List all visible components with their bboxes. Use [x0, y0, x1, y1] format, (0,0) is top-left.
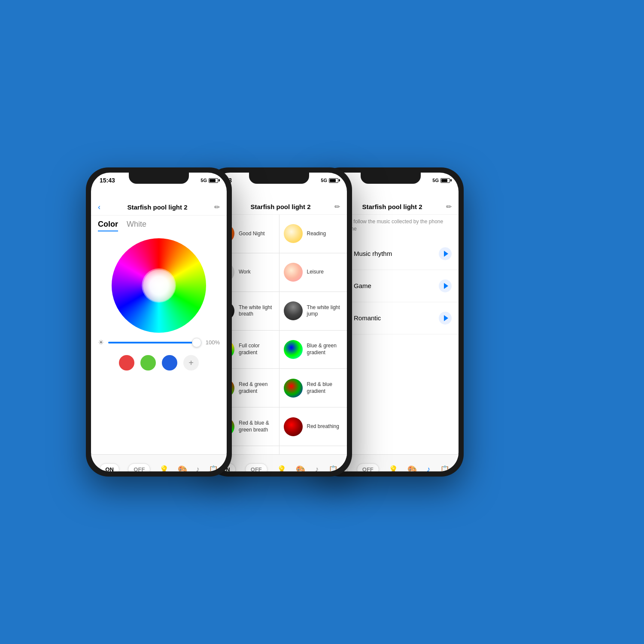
label-red-blue: Red & blue gradient	[307, 381, 343, 395]
edit-button-1[interactable]: ✏	[214, 203, 220, 211]
bulb-tab-3[interactable]: 💡	[389, 465, 398, 472]
battery-3	[440, 178, 450, 183]
notch-2	[249, 173, 309, 184]
label-white-jump: The white light jump	[307, 304, 343, 318]
status-icons-1: 5G	[200, 178, 218, 183]
scene-red-blue[interactable]: Red & blue gradient	[279, 369, 347, 407]
brightness-slider[interactable]	[108, 342, 201, 343]
color-add[interactable]: +	[183, 355, 199, 371]
label-work: Work	[239, 269, 251, 276]
color-wheel-container[interactable]	[91, 234, 227, 335]
schedule-tab-2[interactable]: 📋	[328, 465, 338, 472]
label-good-night: Good Night	[239, 231, 265, 237]
music-tab-2[interactable]: ♪	[315, 465, 319, 471]
label-rgb-breath: Red & blue & green breath	[239, 420, 275, 433]
nav-header-1: ‹ Starfish pool light 2 ✏	[91, 199, 227, 216]
signal-1: 5G	[200, 178, 207, 183]
schedule-tab-3[interactable]: 📋	[440, 465, 450, 472]
brightness-value: 100%	[206, 339, 220, 346]
edit-button-3[interactable]: ✏	[446, 203, 452, 211]
play-triangle-romantic	[444, 315, 448, 321]
label-blue-green: Blue & green gradient	[307, 343, 343, 356]
color-red[interactable]	[119, 355, 134, 371]
signal-2: 5G	[321, 178, 327, 183]
schedule-tab-1[interactable]: 📋	[209, 465, 218, 472]
tab-color[interactable]: Color	[98, 220, 118, 231]
nav-title-2: Starfish pool light 2	[227, 203, 334, 210]
edit-button-2[interactable]: ✏	[334, 203, 340, 211]
battery-2	[329, 178, 338, 183]
music-rhythm-label: Music rhythm	[354, 250, 433, 257]
nav-title-1: Starfish pool light 2	[100, 204, 214, 211]
status-icons-2: 5G	[321, 178, 338, 183]
brightness-thumb[interactable]	[192, 338, 201, 347]
color-wheel[interactable]	[112, 238, 206, 333]
scene-red-breath[interactable]: Red breathing	[279, 407, 347, 446]
label-red-breath: Red breathing	[307, 423, 339, 430]
romantic-play-btn[interactable]	[439, 312, 452, 325]
off-button-3[interactable]: OFF	[357, 463, 379, 471]
play-triangle-music	[444, 251, 448, 257]
palette-tab-1[interactable]: 🎨	[178, 465, 187, 472]
label-red-green: Red & green gradient	[239, 381, 275, 395]
bulb-tab-1[interactable]: 💡	[159, 465, 169, 472]
brightness-fill	[108, 342, 201, 343]
screen-content-1: ‹ Starfish pool light 2 ✏ Color White ☀	[91, 199, 227, 471]
color-circles: +	[91, 350, 227, 376]
bulb-tab-2[interactable]: 💡	[277, 465, 286, 472]
romantic-label: Romantic	[354, 314, 433, 322]
signal-3: 5G	[432, 178, 439, 183]
palette-tab-2[interactable]: 🎨	[296, 465, 305, 472]
label-full-gradient: Full color gradient	[239, 343, 275, 356]
preview-leisure	[284, 263, 303, 282]
preview-white-jump	[284, 301, 303, 320]
game-play-btn[interactable]	[439, 279, 452, 292]
scene-blue-green[interactable]: Blue & green gradient	[279, 331, 347, 369]
color-green[interactable]	[140, 355, 156, 371]
notch-3	[361, 173, 421, 184]
color-blue[interactable]	[162, 355, 177, 371]
status-icons-3: 5G	[432, 178, 450, 183]
off-button-1[interactable]: OFF	[128, 463, 150, 471]
scene-white-jump[interactable]: The white light jump	[279, 292, 347, 330]
label-leisure: Leisure	[307, 269, 324, 276]
color-tab-bar: Color White	[91, 216, 227, 234]
tab-white[interactable]: White	[127, 220, 146, 231]
battery-1	[209, 178, 218, 183]
music-play-btn[interactable]	[439, 247, 452, 260]
palette-tab-3[interactable]: 🎨	[407, 465, 417, 472]
brightness-row: ☀ 100%	[91, 335, 227, 350]
music-tab-1[interactable]: ♪	[196, 465, 200, 471]
phones-container: 15:43 5G ‹ Starfish pool light 2 ✏ Color…	[86, 86, 558, 558]
label-reading: Reading	[307, 231, 326, 237]
preview-blue-green	[284, 340, 303, 359]
phone1-screen: 15:43 5G ‹ Starfish pool light 2 ✏ Color…	[91, 173, 227, 471]
preview-reading	[284, 224, 303, 243]
preview-red-blue	[284, 379, 303, 398]
phone-1: 15:43 5G ‹ Starfish pool light 2 ✏ Color…	[86, 167, 232, 477]
notch-1	[129, 173, 189, 184]
nav-title-3: Starfish pool light 2	[338, 203, 446, 210]
music-tab-3[interactable]: ♪	[427, 465, 431, 471]
tab-bar-1: ON OFF 💡 🎨 ♪ 📋	[91, 454, 227, 471]
brightness-icon: ☀	[98, 338, 104, 346]
preview-red-breath	[284, 417, 303, 436]
time-1: 15:43	[100, 177, 115, 184]
label-white-breath: The white light breath	[239, 304, 275, 318]
game-label: Game	[354, 282, 433, 289]
on-button-1[interactable]: ON	[100, 463, 119, 471]
scene-reading[interactable]: Reading	[279, 215, 347, 253]
off-button-2[interactable]: OFF	[245, 463, 267, 471]
scene-leisure[interactable]: Leisure	[279, 253, 347, 292]
play-triangle-game	[444, 283, 448, 289]
